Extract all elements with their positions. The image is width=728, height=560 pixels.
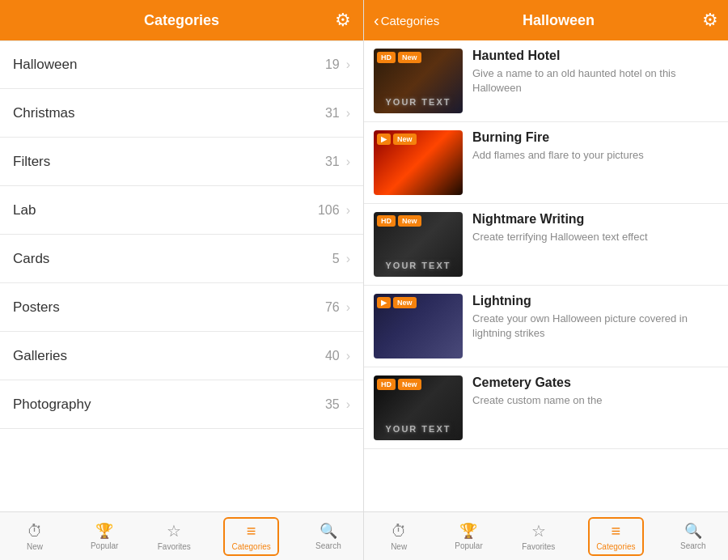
video-badge: ▶: [377, 134, 391, 145]
nav-label: New: [27, 542, 43, 551]
left-nav-item-popular[interactable]: 🏆 Popular: [84, 522, 125, 550]
hd-badge: HD: [377, 215, 396, 227]
category-list: Halloween 19 › Christmas 31 › Filters 31…: [0, 40, 363, 511]
item-info: Lightning Create your own Halloween pict…: [472, 294, 718, 341]
item-title: Nightmare Writing: [472, 212, 718, 227]
badge-container: HDNew: [377, 379, 421, 390]
item-description: Add flames and flare to your pictures: [472, 148, 718, 163]
category-count: 40: [325, 349, 340, 363]
chevron-right-icon: ›: [346, 203, 350, 218]
chevron-right-icon: ›: [346, 106, 350, 121]
item-title: Lightning: [472, 294, 718, 308]
right-nav-item-new[interactable]: ⏱ New: [379, 522, 419, 551]
thumb-text: YOUR TEXT: [374, 261, 463, 270]
new-badge: New: [398, 215, 421, 227]
category-name: Photography: [13, 397, 325, 413]
category-name: Posters: [13, 299, 325, 316]
badge-container: HDNew: [377, 52, 421, 63]
left-nav-item-favorites[interactable]: ☆ Favorites: [154, 521, 194, 551]
category-item[interactable]: Cards 5 ›: [0, 235, 363, 283]
new-badge: New: [398, 379, 421, 390]
category-count: 19: [325, 57, 340, 72]
category-item[interactable]: Photography 35 ›: [0, 380, 363, 429]
item-thumbnail: HDNew YOUR TEXT: [374, 49, 463, 113]
search-icon: 🔍: [320, 522, 337, 540]
item-row[interactable]: HDNew YOUR TEXT Haunted Hotel Give a nam…: [364, 40, 728, 122]
nav-label: Favorites: [522, 542, 555, 551]
category-count: 31: [325, 106, 340, 121]
category-item[interactable]: Filters 31 ›: [0, 138, 363, 186]
category-name: Halloween: [13, 57, 325, 73]
category-count: 76: [325, 300, 340, 315]
left-settings-icon[interactable]: ⚙: [335, 10, 351, 31]
badge-container: HDNew: [377, 215, 421, 227]
left-header: Categories ⚙: [0, 0, 363, 40]
item-description: Give a name to an old haunted hotel on t…: [472, 66, 718, 95]
category-item[interactable]: Posters 76 ›: [0, 283, 363, 332]
right-header-title: Halloween: [446, 12, 671, 29]
trophy-icon: 🏆: [459, 522, 477, 540]
item-thumbnail: HDNew YOUR TEXT: [374, 375, 463, 440]
item-title: Cemetery Gates: [472, 375, 718, 390]
item-info: Burning Fire Add flames and flare to you…: [472, 130, 718, 163]
right-nav-item-search[interactable]: 🔍 Search: [673, 522, 713, 550]
item-row[interactable]: ▶New Lightning Create your own Halloween…: [364, 286, 728, 367]
list-icon: ≡: [247, 522, 256, 541]
left-nav-item-new[interactable]: ⏱ New: [15, 522, 55, 551]
trophy-icon: 🏆: [95, 522, 113, 540]
item-list: HDNew YOUR TEXT Haunted Hotel Give a nam…: [364, 40, 728, 511]
category-count: 31: [325, 155, 340, 169]
item-info: Haunted Hotel Give a name to an old haun…: [472, 49, 718, 95]
nav-label: Categories: [231, 542, 270, 551]
category-count: 35: [325, 397, 340, 412]
chevron-right-icon: ›: [346, 349, 350, 363]
nav-label: Popular: [91, 541, 118, 550]
nav-label: Categories: [596, 542, 635, 551]
category-item[interactable]: Halloween 19 ›: [0, 40, 363, 89]
item-info: Cemetery Gates Create custom name on the: [472, 375, 718, 408]
nav-label: Search: [315, 541, 341, 550]
video-badge: ▶: [377, 297, 391, 308]
back-chevron-icon: ‹: [374, 11, 379, 30]
star-icon: ☆: [167, 521, 181, 541]
item-title: Burning Fire: [472, 130, 718, 145]
right-bottom-nav: ⏱ New 🏆 Popular ☆ Favorites ≡ Categories…: [364, 511, 728, 560]
item-row[interactable]: HDNew YOUR TEXT Nightmare Writing Create…: [364, 204, 728, 286]
right-nav-item-categories[interactable]: ≡ Categories: [588, 517, 643, 556]
thumb-text: YOUR TEXT: [374, 97, 463, 107]
item-row[interactable]: HDNew YOUR TEXT Cemetery Gates Create cu…: [364, 367, 728, 449]
left-panel: Categories ⚙ Halloween 19 › Christmas 31…: [0, 0, 364, 560]
left-header-title: Categories: [144, 12, 219, 29]
category-name: Cards: [13, 251, 332, 267]
item-description: Create custom name on the: [472, 393, 718, 408]
right-settings-icon[interactable]: ⚙: [702, 10, 718, 31]
badge-container: ▶New: [377, 297, 417, 308]
category-name: Christmas: [13, 105, 325, 121]
right-nav-item-favorites[interactable]: ☆ Favorites: [518, 521, 559, 551]
back-button[interactable]: ‹ Categories: [374, 11, 439, 30]
chevron-right-icon: ›: [346, 155, 350, 169]
category-item[interactable]: Christmas 31 ›: [0, 89, 363, 138]
chevron-right-icon: ›: [346, 397, 350, 412]
hd-badge: HD: [377, 52, 396, 63]
thumb-text: YOUR TEXT: [374, 424, 463, 434]
new-badge: New: [398, 52, 421, 63]
left-nav-item-categories[interactable]: ≡ Categories: [223, 517, 278, 556]
right-nav-item-popular[interactable]: 🏆 Popular: [448, 522, 489, 550]
item-thumbnail: HDNew YOUR TEXT: [374, 212, 463, 277]
nav-label: Popular: [455, 541, 482, 550]
item-thumbnail: ▶New: [374, 130, 463, 195]
nav-label: New: [391, 542, 407, 551]
category-name: Filters: [13, 154, 325, 170]
nav-label: Favorites: [158, 542, 191, 551]
clock-icon: ⏱: [27, 522, 43, 541]
search-icon: 🔍: [684, 522, 702, 540]
chevron-right-icon: ›: [346, 252, 350, 266]
left-nav-item-search[interactable]: 🔍 Search: [308, 522, 349, 550]
category-item[interactable]: Lab 106 ›: [0, 186, 363, 235]
category-item[interactable]: Galleries 40 ›: [0, 332, 363, 380]
hd-badge: HD: [377, 379, 396, 390]
left-bottom-nav: ⏱ New 🏆 Popular ☆ Favorites ≡ Categories…: [0, 511, 363, 560]
item-row[interactable]: ▶New Burning Fire Add flames and flare t…: [364, 122, 728, 204]
right-panel: ‹ Categories Halloween ⚙ HDNew YOUR TEXT…: [364, 0, 728, 560]
